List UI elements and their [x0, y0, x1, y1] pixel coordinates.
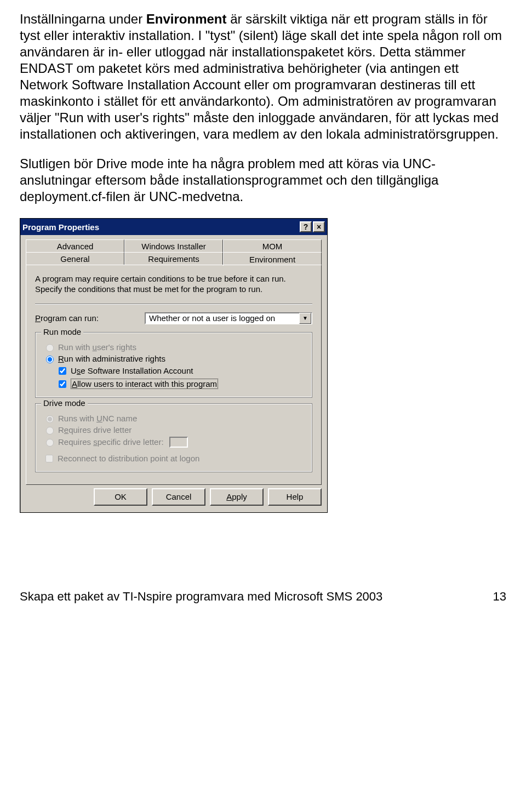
tab-windows-installer[interactable]: Windows Installer: [124, 239, 223, 253]
radio-specific-drive: Requires specific drive letter:: [43, 437, 304, 448]
footer-text: Skapa ett paket av TI-Nspire programvara…: [20, 590, 382, 604]
radio-admin-rights[interactable]: Run with administrative rights: [43, 354, 304, 363]
group-drive-mode: Drive mode Runs with UNC name Requires d…: [35, 403, 312, 472]
dialog-title: Program Properties: [22, 222, 299, 232]
radio-unc-name: Runs with UNC name: [43, 414, 304, 423]
program-properties-dialog: Program Properties ? × Advanced Windows …: [20, 218, 328, 513]
page-number: 13: [493, 590, 506, 604]
close-icon[interactable]: ×: [313, 221, 325, 232]
ok-button[interactable]: OK: [94, 488, 147, 506]
tabs: Advanced Windows Installer MOM General R…: [26, 239, 322, 485]
separator: [35, 304, 312, 305]
apply-button[interactable]: Apply: [210, 488, 264, 506]
panel-description: A program may require certain conditions…: [35, 274, 312, 295]
radio-drive-letter: Requires drive letter: [43, 425, 304, 434]
tab-mom[interactable]: MOM: [223, 239, 322, 253]
drive-letter-input: [169, 437, 188, 448]
page-footer: Skapa ett paket av TI-Nspire programvara…: [20, 546, 506, 604]
tab-requirements[interactable]: Requirements: [124, 252, 223, 265]
check-use-sia[interactable]: Use Software Installation Account: [56, 365, 304, 376]
paragraph-1: Inställningarna under Environment är sär…: [20, 11, 506, 142]
check-allow-interact[interactable]: Allow users to interact with this progra…: [56, 379, 304, 390]
chevron-down-icon[interactable]: ▼: [299, 313, 311, 324]
paragraph-2: Slutligen bör Drive mode inte ha några p…: [20, 156, 506, 205]
help-button[interactable]: Help: [268, 488, 322, 506]
run-mode-legend: Run mode: [41, 327, 83, 336]
cancel-button[interactable]: Cancel: [152, 488, 205, 506]
tab-panel-environment: A program may require certain conditions…: [26, 265, 322, 485]
drive-mode-legend: Drive mode: [41, 398, 88, 408]
radio-user-rights: Run with user's rights: [43, 342, 304, 352]
tab-general[interactable]: General: [26, 252, 124, 265]
program-can-run-label: Program can run:: [35, 313, 145, 323]
tab-advanced[interactable]: Advanced: [26, 239, 124, 253]
group-run-mode: Run mode Run with user's rights Run with…: [35, 332, 312, 398]
program-can-run-select[interactable]: Whether or not a user is logged on ▼: [145, 312, 312, 324]
tab-environment[interactable]: Environment: [223, 252, 322, 266]
check-reconnect: Reconnect to distribution point at logon: [43, 453, 304, 464]
help-icon[interactable]: ?: [300, 221, 312, 232]
dialog-titlebar: Program Properties ? ×: [20, 219, 327, 235]
